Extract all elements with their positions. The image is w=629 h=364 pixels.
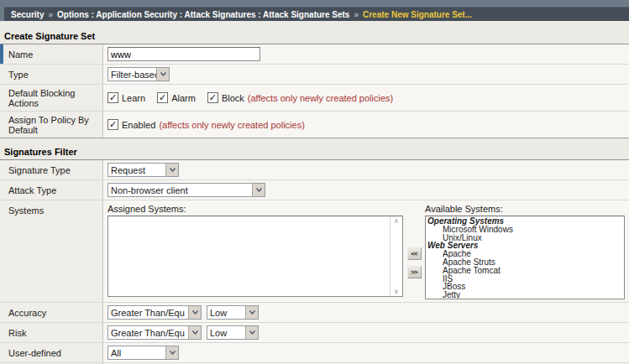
breadcrumb-separator-icon: » <box>354 10 359 19</box>
breadcrumb-section-security[interactable]: Security <box>11 10 44 19</box>
scroll-down-icon[interactable]: ∨ <box>394 288 399 295</box>
row-name: Name <box>0 44 629 65</box>
accuracy-level-value: Low <box>207 308 245 318</box>
accuracy-level-select[interactable]: Low <box>207 305 259 320</box>
accuracy-operator-value: Greater Than/Equ <box>108 308 188 318</box>
chevron-down-icon <box>245 326 258 339</box>
user-defined-label: User-defined <box>0 343 103 362</box>
section-title-signatures-filter: Signatures Filter <box>4 147 629 157</box>
type-select-value: Filter-based <box>108 70 156 80</box>
section-title-create-signature-set: Create Signature Set <box>4 31 629 41</box>
attack-type-label: Attack Type <box>0 180 103 200</box>
signature-type-select-value: Request <box>108 165 165 175</box>
chevron-down-icon <box>165 346 178 359</box>
learn-checkbox[interactable]: ✓ <box>107 92 118 103</box>
row-user-defined: User-defined All <box>0 343 629 363</box>
risk-operator-value: Greater Than/Equ <box>108 328 188 338</box>
signatures-filter-table: Signature Type Request Attack Type Non-b… <box>0 159 629 364</box>
risk-operator-select[interactable]: Greater Than/Equ <box>107 325 202 340</box>
row-assign-to-policy: Assign To Policy By Default ✓ Enabled (a… <box>0 112 629 138</box>
block-checkbox-label: Block <box>222 93 244 103</box>
enabled-checkbox[interactable]: ✓ <box>107 119 118 130</box>
row-type: Type Filter-based <box>0 65 629 85</box>
alarm-checkbox-label: Alarm <box>171 93 196 103</box>
row-attack-type: Attack Type Non-browser client <box>0 180 629 200</box>
user-defined-value: All <box>108 348 165 358</box>
row-risk: Risk Greater Than/Equ Low <box>0 323 629 343</box>
accuracy-operator-select[interactable]: Greater Than/Equ <box>107 305 202 320</box>
chevron-down-icon <box>156 68 169 81</box>
name-label: Name <box>0 44 103 64</box>
assigned-systems-scrollbar[interactable]: ∧ ∨ <box>390 216 402 296</box>
assigned-systems-empty-area <box>108 216 390 296</box>
scroll-up-icon[interactable]: ∧ <box>394 217 399 225</box>
breadcrumb-separator-icon: » <box>48 10 53 19</box>
block-checkbox[interactable]: ✓ <box>207 92 218 103</box>
enabled-checkbox-label: Enabled <box>122 120 155 130</box>
type-label: Type <box>0 65 103 84</box>
name-input[interactable] <box>107 47 260 61</box>
list-item[interactable]: Apache Tomcat <box>427 267 622 275</box>
chevron-down-icon <box>165 164 178 176</box>
risk-level-value: Low <box>207 328 245 338</box>
chevron-down-icon <box>188 306 201 319</box>
assign-to-policy-label: Assign To Policy By Default <box>0 112 103 138</box>
move-to-assigned-button[interactable]: << <box>407 247 422 260</box>
learn-checkbox-label: Learn <box>122 93 145 103</box>
create-signature-set-table: Name Type Filter-based Default Blocking … <box>0 44 629 138</box>
breadcrumb-trail[interactable]: Options : Application Security : Attack … <box>57 10 349 19</box>
attack-type-select[interactable]: Non-browser client <box>107 183 265 197</box>
systems-label: Systems <box>0 200 103 302</box>
chevron-down-icon <box>188 326 201 339</box>
signature-type-select[interactable]: Request <box>107 163 179 177</box>
attack-type-select-value: Non-browser client <box>108 185 252 195</box>
move-to-available-button[interactable]: >> <box>407 266 422 278</box>
row-default-blocking-actions: Default Blocking Actions ✓ Learn ✓ Alarm… <box>0 85 629 112</box>
available-systems-label: Available Systems: <box>425 204 625 214</box>
assign-note: (affects only newly created policies) <box>159 120 304 130</box>
chevron-down-icon <box>252 184 265 196</box>
row-signature-type: Signature Type Request <box>0 160 629 180</box>
accuracy-label: Accuracy <box>0 303 103 322</box>
assigned-systems-label: Assigned Systems: <box>107 204 403 214</box>
breadcrumb-current-page: Create New Signature Set... <box>363 10 472 19</box>
breadcrumb: Security » Options : Application Securit… <box>4 7 629 21</box>
signature-type-label: Signature Type <box>0 160 103 179</box>
available-systems-listbox[interactable]: Operating Systems Microsoft Windows Unix… <box>425 216 625 299</box>
risk-label: Risk <box>0 323 103 342</box>
assigned-systems-listbox[interactable]: ∧ ∨ <box>107 216 403 297</box>
risk-level-select[interactable]: Low <box>207 325 259 340</box>
list-item[interactable]: Jetty <box>427 291 622 299</box>
type-select[interactable]: Filter-based <box>107 67 170 81</box>
blocking-actions-note: (affects only newly created policies) <box>248 93 393 103</box>
alarm-checkbox[interactable]: ✓ <box>157 92 168 103</box>
user-defined-select[interactable]: All <box>107 346 179 360</box>
row-accuracy: Accuracy Greater Than/Equ Low <box>0 303 629 323</box>
row-systems: Systems Assigned Systems: ∧ ∨ << >> <box>0 200 629 303</box>
top-navigation-bar: Security » Options : Application Securit… <box>0 0 629 21</box>
default-blocking-actions-label: Default Blocking Actions <box>0 85 103 111</box>
chevron-down-icon <box>245 306 258 319</box>
